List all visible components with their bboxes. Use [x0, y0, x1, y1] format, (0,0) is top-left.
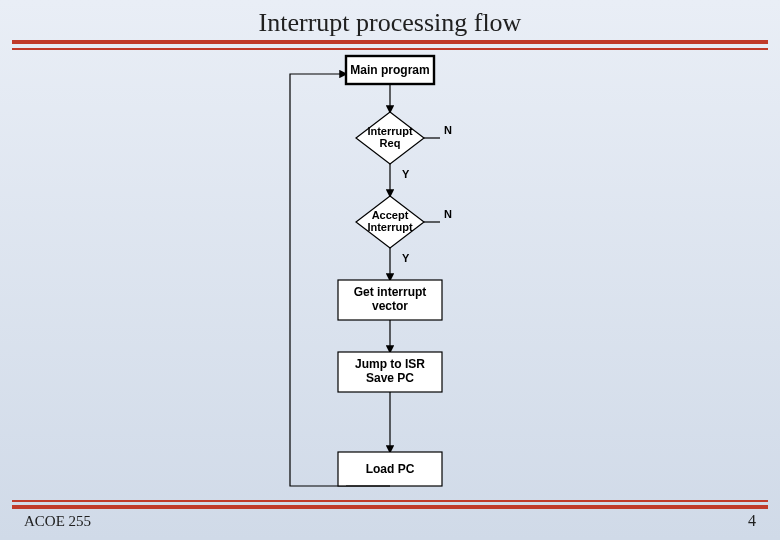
label-accept-no: N — [444, 208, 452, 220]
footer-overline-thin — [12, 500, 768, 502]
label-intreq-no: N — [444, 124, 452, 136]
page-number: 4 — [748, 512, 756, 530]
footer-overline-thick — [12, 505, 768, 509]
flowchart: Main program Interrupt Req N Y Accept In… — [190, 44, 590, 500]
label-accept-yes: Y — [402, 252, 410, 264]
slide-title: Interrupt processing flow — [0, 8, 780, 38]
node-accept-interrupt-label-2: Interrupt — [367, 221, 413, 233]
node-jump-to-isr-label-2: Save PC — [366, 371, 414, 385]
node-get-interrupt-vector-label-2: vector — [372, 299, 408, 313]
node-jump-to-isr-label-1: Jump to ISR — [355, 357, 425, 371]
node-interrupt-req-label-2: Req — [380, 137, 401, 149]
node-get-interrupt-vector-label-1: Get interrupt — [354, 285, 427, 299]
course-code: ACOE 255 — [24, 513, 91, 530]
node-main-program-label: Main program — [350, 63, 429, 77]
node-interrupt-req-label-1: Interrupt — [367, 125, 413, 137]
node-accept-interrupt-label-1: Accept — [372, 209, 409, 221]
slide: Interrupt processing flow Main program I… — [0, 0, 780, 540]
node-load-pc-label: Load PC — [366, 462, 415, 476]
label-intreq-yes: Y — [402, 168, 410, 180]
